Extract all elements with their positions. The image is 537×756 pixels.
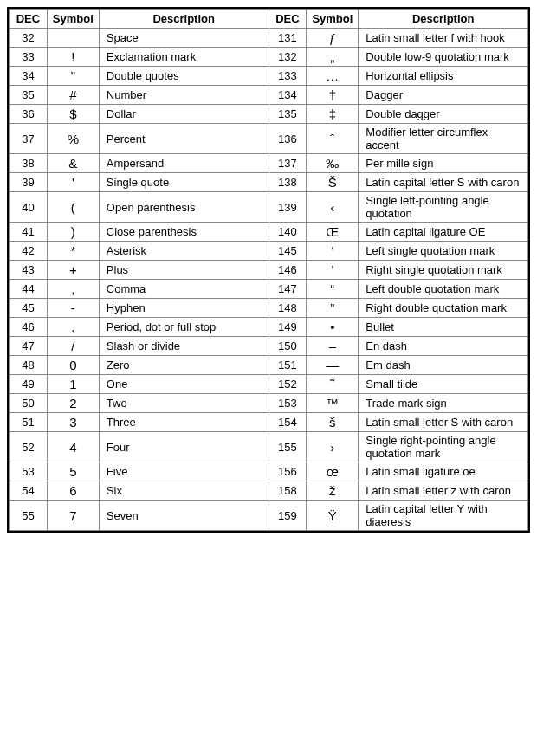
dec-cell: 55 <box>10 501 48 531</box>
symbol-cell: ” <box>307 299 359 318</box>
symbol-cell: œ <box>307 462 359 481</box>
description-cell: Six <box>99 481 268 501</box>
table-row: 44,Comma147“Left double quotation mark <box>10 280 528 299</box>
table-row: 45-Hyphen148”Right double quotation mark <box>10 299 528 318</box>
description-cell: Exclamation mark <box>99 48 268 67</box>
table-row: 43+Plus146’Right single quotation mark <box>10 261 528 280</box>
dec-cell: 138 <box>268 173 307 192</box>
description-cell: Close parenthesis <box>99 223 268 242</box>
symbol-cell: % <box>47 124 99 154</box>
description-cell: Single left-pointing angle quotation <box>359 192 528 223</box>
symbol-cell: Œ <box>307 223 359 242</box>
dec-cell: 134 <box>268 86 307 105</box>
symbol-cell: ‹ <box>307 192 359 223</box>
description-cell: Seven <box>99 501 268 531</box>
table-row: 34"Double quotes133…Horizontal ellipsis <box>10 67 528 86</box>
table-row: 535Five156œLatin small ligature oe <box>10 462 528 481</box>
table-row: 42*Asterisk145‘Left single quotation mar… <box>10 242 528 261</box>
description-cell: Left single quotation mark <box>359 242 528 261</box>
description-cell: Bullet <box>359 318 528 337</box>
symbol-cell: “ <box>307 280 359 299</box>
dec-cell: 158 <box>268 481 307 501</box>
dec-cell: 145 <box>268 242 307 261</box>
description-cell: Modifier letter circumflex accent <box>359 124 528 154</box>
symbol-cell: ƒ <box>307 29 359 48</box>
symbol-cell: … <box>307 67 359 86</box>
dec-cell: 148 <box>268 299 307 318</box>
description-cell: Hyphen <box>99 299 268 318</box>
dec-cell: 42 <box>10 242 48 261</box>
description-cell: Latin small letter f with hook <box>359 29 528 48</box>
header-description-left: Description <box>99 10 268 29</box>
symbol-cell: 2 <box>47 394 99 413</box>
description-cell: Zero <box>99 356 268 375</box>
symbol-cell: , <box>47 280 99 299</box>
dec-cell: 34 <box>10 67 48 86</box>
dec-cell: 44 <box>10 280 48 299</box>
symbol-cell: 7 <box>47 501 99 531</box>
symbol-cell: 6 <box>47 481 99 501</box>
dec-cell: 36 <box>10 105 48 124</box>
description-cell: Plus <box>99 261 268 280</box>
header-dec-left: DEC <box>10 10 48 29</box>
dec-cell: 43 <box>10 261 48 280</box>
description-cell: Double low-9 quotation mark <box>359 48 528 67</box>
symbol-cell <box>47 29 99 48</box>
description-cell: Number <box>99 86 268 105</box>
description-cell: One <box>99 375 268 394</box>
dec-cell: 37 <box>10 124 48 154</box>
description-cell: Dagger <box>359 86 528 105</box>
dec-cell: 155 <box>268 432 307 462</box>
dec-cell: 52 <box>10 432 48 462</box>
header-symbol-right: Symbol <box>307 10 359 29</box>
dec-cell: 39 <box>10 173 48 192</box>
description-cell: Single quote <box>99 173 268 192</box>
description-cell: Small tilde <box>359 375 528 394</box>
description-cell: Per mille sign <box>359 154 528 173</box>
symbol-cell: – <box>307 337 359 356</box>
symbol-cell: — <box>307 356 359 375</box>
symbol-cell: 5 <box>47 462 99 481</box>
symbol-cell: + <box>47 261 99 280</box>
dec-cell: 156 <box>268 462 307 481</box>
symbol-cell: 3 <box>47 413 99 432</box>
description-cell: Latin small ligature oe <box>359 462 528 481</box>
dec-cell: 132 <box>268 48 307 67</box>
dec-cell: 153 <box>268 394 307 413</box>
dec-cell: 32 <box>10 29 48 48</box>
table-row: 524Four155›Single right-pointing angle q… <box>10 432 528 462</box>
table-row: 37%Percent136ˆModifier letter circumflex… <box>10 124 528 154</box>
symbol-cell: ‘ <box>307 242 359 261</box>
dec-cell: 51 <box>10 413 48 432</box>
description-cell: Five <box>99 462 268 481</box>
dec-cell: 50 <box>10 394 48 413</box>
dec-cell: 35 <box>10 86 48 105</box>
dec-cell: 49 <box>10 375 48 394</box>
dec-cell: 131 <box>268 29 307 48</box>
symbol-cell: * <box>47 242 99 261</box>
table-row: 35#Number134†Dagger <box>10 86 528 105</box>
symbol-cell: ) <box>47 223 99 242</box>
description-cell: En dash <box>359 337 528 356</box>
description-cell: Ampersand <box>99 154 268 173</box>
symbol-cell: " <box>47 67 99 86</box>
table-row: 36$Dollar135‡Double dagger <box>10 105 528 124</box>
header-dec-right: DEC <box>268 10 307 29</box>
dec-cell: 152 <box>268 375 307 394</box>
symbol-cell: ž <box>307 481 359 501</box>
description-cell: Latin capital ligature OE <box>359 223 528 242</box>
header-row: DEC Symbol Description DEC Symbol Descri… <box>10 10 528 29</box>
description-cell: Left double quotation mark <box>359 280 528 299</box>
symbol-cell: 1 <box>47 375 99 394</box>
symbol-cell: 4 <box>47 432 99 462</box>
symbol-cell: š <box>307 413 359 432</box>
symbol-cell: ' <box>47 173 99 192</box>
ascii-table-frame: DEC Symbol Description DEC Symbol Descri… <box>7 7 530 533</box>
description-cell: Open parenthesis <box>99 192 268 223</box>
header-description-right: Description <box>359 10 528 29</box>
symbol-cell: ˜ <box>307 375 359 394</box>
description-cell: Latin capital letter S with caron <box>359 173 528 192</box>
symbol-cell: • <box>307 318 359 337</box>
description-cell: Latin small letter z with caron <box>359 481 528 501</box>
symbol-cell: - <box>47 299 99 318</box>
